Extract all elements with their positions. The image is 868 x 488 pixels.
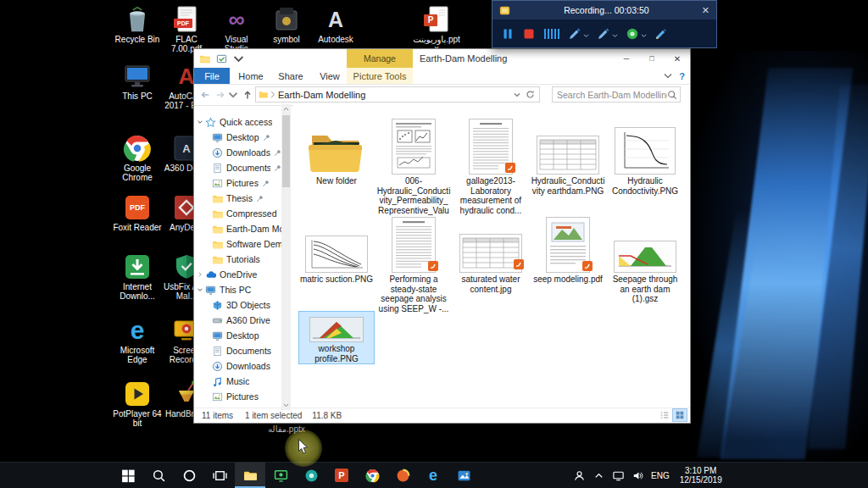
file-item-hydraulic-conductivity-earthdam-png[interactable]: Hydraulic_Conductivity earthdam.PNG — [531, 110, 605, 196]
chevron-down-icon[interactable] — [196, 119, 204, 125]
hidden-icons-chevron-icon[interactable] — [593, 469, 605, 482]
taskbar-photos-button[interactable] — [448, 463, 479, 488]
address-box[interactable]: Earth-Dam Modelling — [255, 86, 540, 103]
recorder-annotation-tool-2-button[interactable] — [597, 26, 618, 42]
nav-item-quick-access[interactable]: Quick access — [194, 114, 281, 130]
desktop-icon-pdfdoc-1[interactable]: PDFFLAC 7.00.pdf — [162, 5, 211, 53]
tab-view[interactable]: View — [313, 68, 347, 84]
desktop-icon-autodesk-4[interactable]: AAutodesk — [311, 5, 360, 44]
tab-picture-tools[interactable]: Picture Tools — [347, 68, 413, 84]
recorder-draw-button[interactable] — [654, 26, 668, 42]
dropdown-caret-icon[interactable] — [581, 26, 589, 42]
desktop-icon-idm-12[interactable]: Internet Downlo... — [113, 252, 162, 301]
nav-item-downloads[interactable]: Downloads — [194, 358, 281, 374]
nav-item-compressed[interactable]: Compressed — [194, 206, 281, 221]
nav-item-documents[interactable]: Documents — [194, 343, 281, 358]
breadcrumb-chevron-icon[interactable] — [270, 91, 275, 98]
thumbnails-view-button[interactable] — [673, 409, 687, 421]
user-icon[interactable] — [573, 469, 586, 482]
qat-folder-icon[interactable] — [199, 53, 210, 64]
maximize-button[interactable]: □ — [639, 49, 665, 68]
refresh-button[interactable] — [526, 90, 535, 99]
nav-item-desktop[interactable]: Desktop — [194, 130, 281, 145]
taskbar-cortana-button[interactable] — [174, 463, 204, 488]
desktop-icon-darkbox-3[interactable]: symbol — [262, 5, 311, 44]
dropdown-caret-icon[interactable] — [639, 26, 647, 42]
recorder-stop-button[interactable] — [522, 26, 536, 42]
nav-item-software-demos[interactable]: Software Demos — [194, 236, 281, 252]
address-dropdown-caret[interactable] — [514, 92, 520, 97]
recorder-effects-button[interactable] — [543, 26, 560, 42]
nav-item-earth-dam-mod[interactable]: Earth-Dam Mod — [194, 221, 281, 236]
file-item-new-folder[interactable]: New folder — [299, 110, 374, 186]
nav-item-downloads[interactable]: Downloads — [194, 145, 281, 160]
desktop-icon-foxit-10[interactable]: PDFFoxit Reader — [113, 193, 162, 232]
breadcrumb-path[interactable]: Earth-Dam Modelling — [278, 90, 365, 100]
nav-item-documents[interactable]: Documents — [194, 160, 281, 175]
network-icon[interactable] — [612, 469, 625, 482]
taskbar-powerpoint-button[interactable]: P — [326, 463, 357, 488]
tab-share[interactable]: Share — [272, 68, 309, 84]
nav-item-music[interactable]: Music — [194, 374, 281, 389]
ribbon-expand-caret-icon[interactable] — [664, 73, 672, 79]
file-item-seep-modeling-pdf[interactable]: seep modeling.pdf — [531, 214, 605, 285]
file-item-matric-suction-png[interactable]: matric suction.PNG — [299, 214, 374, 285]
qat-properties-icon[interactable] — [216, 53, 227, 64]
up-button[interactable] — [240, 86, 255, 103]
forward-button[interactable] — [213, 86, 228, 103]
desktop-icon-thispc-6[interactable]: This PC — [113, 62, 162, 101]
desktop-icon-pptx-5[interactable]: Pپاورپوینت.pptx — [412, 5, 461, 53]
taskbar-file-explorer-button[interactable] — [235, 463, 265, 488]
taskbar-edge-button[interactable]: e — [418, 463, 448, 488]
tab-file[interactable]: File — [194, 68, 230, 84]
dropdown-caret-icon[interactable] — [610, 26, 618, 42]
nav-item-pictures[interactable]: Pictures — [194, 175, 281, 191]
taskbar-start-button[interactable] — [113, 463, 143, 488]
desktop-icon-vs-2[interactable]: ∞Visual Studio — [212, 5, 261, 53]
back-button[interactable] — [198, 86, 213, 103]
language-indicator[interactable]: ENG — [651, 471, 670, 480]
file-item-saturated-water-content-jpg[interactable]: saturated water content.jpg — [453, 214, 528, 294]
search-box[interactable]: Search Earth-Dam Modelling — [552, 86, 681, 103]
desktop-icon-chrome-8[interactable]: Google Chrome — [113, 134, 162, 182]
scrollbar-thumb[interactable] — [282, 115, 290, 187]
clock[interactable]: 3:10 PM 12/15/2019 — [676, 466, 726, 485]
nav-item-thesis[interactable]: Thesis — [194, 191, 281, 206]
nav-item-3d-objects[interactable]: 3D Objects — [194, 297, 281, 313]
scroll-up-arrow[interactable] — [281, 104, 291, 114]
file-item-006-hydraulic-conductivity-permeability-representive-values-f[interactable]: 006-Hydraulic_Conductivity_Permeability_… — [376, 110, 451, 216]
recorder-close-button[interactable]: ✕ — [702, 5, 709, 16]
file-item-gallage2013-laboratory-measurement-of-hydraulic-cond[interactable]: gallage2013-Laboratory measurement of hy… — [453, 110, 528, 215]
taskbar-screen-recorder-button[interactable] — [265, 463, 296, 488]
recorder-webcam-button[interactable] — [626, 26, 647, 42]
desktop-icon-potplayer-16[interactable]: PotPlayer 64 bit — [113, 380, 162, 428]
nav-item-desktop[interactable]: Desktop — [194, 328, 281, 343]
file-item-seepage-through-an-earth-dam-1-gsz[interactable]: Seepage through an earth dam (1).gsz — [608, 214, 682, 304]
taskbar-chrome-button[interactable] — [357, 463, 387, 488]
nav-item-a360-drive[interactable]: A360 Drive — [194, 313, 281, 328]
tab-home[interactable]: Home — [233, 68, 269, 84]
taskbar-app-orange-button[interactable] — [387, 463, 418, 488]
scroll-down-arrow[interactable] — [281, 401, 291, 410]
close-button[interactable]: ✕ — [665, 49, 690, 68]
qat-customize-caret[interactable] — [233, 53, 244, 64]
taskbar-search-button[interactable] — [143, 463, 174, 488]
nav-scrollbar[interactable] — [281, 104, 291, 410]
nav-item-pictures[interactable]: Pictures — [194, 389, 281, 404]
contextual-tab-group[interactable]: Manage — [347, 49, 413, 68]
search-icon[interactable] — [667, 90, 677, 100]
details-view-button[interactable] — [658, 409, 671, 421]
file-item-workshop-profile-png[interactable]: workshop profile.PNG — [299, 312, 374, 363]
nav-item-tutorials[interactable]: Tutorials — [194, 252, 281, 267]
file-item-performing-a-steady-state-seepage-analysis-using-seep-w[interactable]: Performing a steady-state seepage analys… — [376, 214, 451, 313]
nav-item-onedrive[interactable]: OneDrive — [194, 267, 281, 282]
minimize-button[interactable]: ─ — [614, 49, 639, 68]
desktop-icon-edge-14[interactable]: eMicrosoft Edge — [113, 316, 162, 364]
file-item-hydraulic-condoctivity-png[interactable]: Hydraulic Condoctivity.PNG — [608, 110, 682, 196]
recent-locations-caret[interactable] — [228, 86, 238, 103]
chevron-down-icon[interactable] — [196, 286, 204, 293]
chevron-right-icon[interactable] — [196, 271, 204, 278]
recorder-pause-button[interactable] — [501, 26, 515, 42]
taskbar-task-view-button[interactable] — [204, 463, 235, 488]
help-button[interactable]: ? — [679, 71, 685, 81]
